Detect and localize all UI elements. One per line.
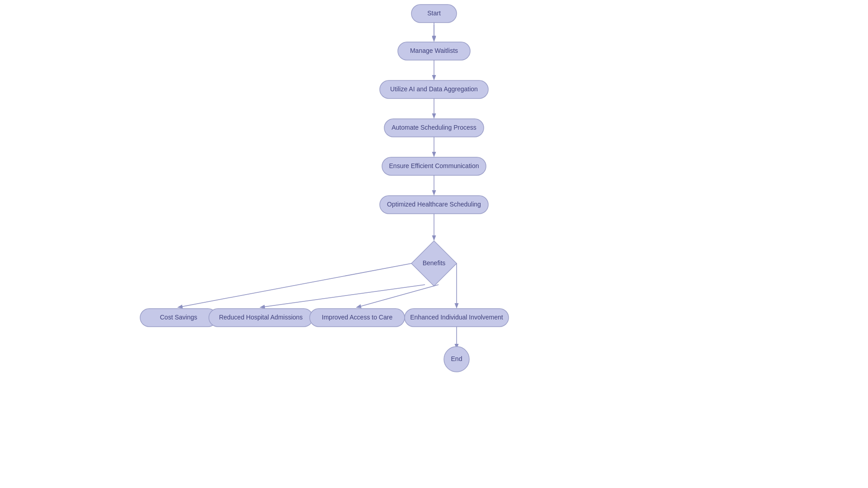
enhanced-involvement-node-label: Enhanced Individual Involvement bbox=[410, 314, 503, 321]
cost-savings-node-label: Cost Savings bbox=[160, 314, 197, 321]
start-node-label: Start bbox=[427, 9, 441, 17]
arrow-benefits-reduced bbox=[261, 285, 425, 307]
arrow-benefits-improved bbox=[357, 285, 439, 307]
reduced-admissions-node-label: Reduced Hospital Admissions bbox=[219, 314, 302, 321]
arrow-benefits-cost-savings bbox=[179, 263, 411, 307]
manage-waitlists-node-label: Manage Waitlists bbox=[410, 47, 458, 54]
optimized-scheduling-node-label: Optimized Healthcare Scheduling bbox=[387, 201, 481, 208]
automate-scheduling-node-label: Automate Scheduling Process bbox=[392, 124, 476, 131]
improved-access-node-label: Improved Access to Care bbox=[322, 314, 393, 321]
utilize-ai-node-label: Utilize AI and Data Aggregation bbox=[390, 85, 478, 93]
benefits-node-label: Benefits bbox=[423, 259, 446, 267]
flowchart-container: Start Manage Waitlists Utilize AI and Da… bbox=[0, 0, 868, 488]
end-node-label: End bbox=[451, 355, 462, 362]
ensure-communication-node-label: Ensure Efficient Communication bbox=[389, 162, 479, 169]
